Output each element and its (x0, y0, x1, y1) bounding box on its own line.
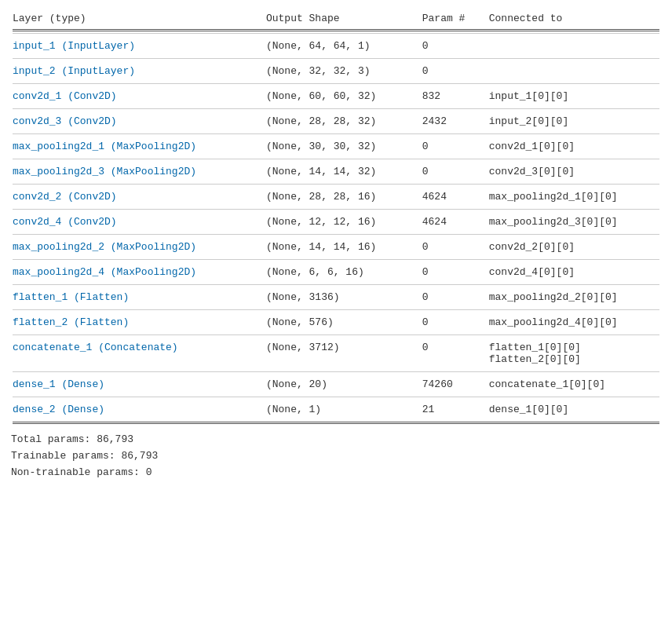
model-summary-table: Layer (type) Output Shape Param # Connec… (11, 8, 661, 426)
output-shape-cell: (None, 28, 28, 32) (266, 111, 421, 132)
layer-name-cell: conv2d_2 (Conv2D) (13, 186, 265, 207)
separator-row (13, 108, 659, 109)
table-row: input_1 (InputLayer)(None, 64, 64, 1)0 (13, 35, 659, 57)
output-shape-cell: (None, 6, 6, 16) (266, 261, 421, 283)
connected-cell: flatten_1[0][0]flatten_2[0][0] (489, 337, 659, 370)
footer-section: Total params: 86,793 Trainable params: 8… (11, 432, 661, 481)
layer-name-cell: input_1 (InputLayer) (13, 35, 265, 57)
params-cell: 4624 (422, 211, 488, 232)
params-cell: 74260 (422, 374, 488, 395)
layer-name-cell: conv2d_1 (Conv2D) (13, 86, 265, 107)
output-shape-cell: (None, 20) (266, 374, 421, 395)
separator-row (13, 334, 659, 335)
table-row: concatenate_1 (Concatenate)(None, 3712)0… (13, 337, 659, 370)
separator-row (13, 33, 659, 34)
connected-cell (489, 60, 659, 82)
connected-cell: max_pooling2d_4[0][0] (489, 312, 659, 333)
params-cell: 0 (422, 337, 488, 370)
separator-row (13, 397, 659, 397)
table-header: Layer (type) Output Shape Param # Connec… (13, 9, 659, 27)
params-cell: 0 (422, 136, 488, 157)
layer-name-cell: max_pooling2d_1 (MaxPooling2D) (13, 136, 265, 157)
params-cell: 0 (422, 312, 488, 333)
output-shape-cell: (None, 64, 64, 1) (266, 35, 421, 57)
layer-name-cell: conv2d_4 (Conv2D) (13, 211, 265, 232)
table-row: flatten_1 (Flatten)(None, 3136)0max_pool… (13, 287, 659, 308)
table-row: dense_2 (Dense)(None, 1)21dense_1[0][0] (13, 399, 659, 420)
top-double-separator (13, 29, 659, 31)
separator-row (13, 209, 659, 210)
col-params-header: Param # (422, 9, 488, 27)
non-trainable-params: Non-trainable params: 0 (11, 465, 661, 481)
output-shape-cell: (None, 60, 60, 32) (266, 86, 421, 107)
layer-name-cell: flatten_2 (Flatten) (13, 312, 265, 333)
connected-cell: input_1[0][0] (489, 86, 659, 107)
layer-name-cell: max_pooling2d_2 (MaxPooling2D) (13, 236, 265, 258)
separator-row (13, 371, 659, 372)
layer-name-cell: dense_1 (Dense) (13, 374, 265, 395)
params-cell: 0 (422, 287, 488, 308)
col-connected-header: Connected to (489, 9, 659, 27)
params-cell: 4624 (422, 186, 488, 207)
table-row: conv2d_2 (Conv2D)(None, 28, 28, 16)4624m… (13, 186, 659, 207)
output-shape-cell: (None, 576) (266, 312, 421, 333)
connected-cell: conv2d_1[0][0] (489, 136, 659, 157)
params-cell: 0 (422, 161, 488, 182)
connected-cell: conv2d_2[0][0] (489, 236, 659, 258)
output-shape-cell: (None, 14, 14, 16) (266, 236, 421, 258)
connected-cell: dense_1[0][0] (489, 399, 659, 420)
separator-row (13, 184, 659, 185)
output-shape-cell: (None, 12, 12, 16) (266, 211, 421, 232)
connected-cell: max_pooling2d_3[0][0] (489, 211, 659, 232)
layer-name-cell: max_pooling2d_3 (MaxPooling2D) (13, 161, 265, 182)
separator-row (13, 58, 659, 59)
col-layer-header: Layer (type) (13, 9, 265, 27)
table-row: dense_1 (Dense)(None, 20)74260concatenat… (13, 374, 659, 395)
separator-row (13, 133, 659, 134)
layer-name-cell: dense_2 (Dense) (13, 399, 265, 420)
output-shape-cell: (None, 14, 14, 32) (266, 161, 421, 182)
table-row: max_pooling2d_1 (MaxPooling2D)(None, 30,… (13, 136, 659, 157)
trainable-params: Trainable params: 86,793 (11, 448, 661, 465)
separator-row (13, 284, 659, 285)
output-shape-cell: (None, 1) (266, 399, 421, 420)
output-shape-cell: (None, 32, 32, 3) (266, 60, 421, 82)
table-row: input_2 (InputLayer)(None, 32, 32, 3)0 (13, 60, 659, 82)
connected-cell: conv2d_3[0][0] (489, 161, 659, 182)
separator-row (13, 83, 659, 84)
separator-row (13, 259, 659, 260)
table-row: flatten_2 (Flatten)(None, 576)0max_pooli… (13, 312, 659, 333)
connected-cell (489, 35, 659, 57)
layer-name-cell: flatten_1 (Flatten) (13, 287, 265, 308)
separator-row (13, 159, 659, 159)
table-row: max_pooling2d_2 (MaxPooling2D)(None, 14,… (13, 236, 659, 258)
layer-name-cell: conv2d_3 (Conv2D) (13, 111, 265, 132)
separator-row (13, 309, 659, 310)
col-output-header: Output Shape (266, 9, 421, 27)
output-shape-cell: (None, 3136) (266, 287, 421, 308)
table-row: conv2d_4 (Conv2D)(None, 12, 12, 16)4624m… (13, 211, 659, 232)
total-params: Total params: 86,793 (11, 432, 661, 448)
params-cell: 0 (422, 236, 488, 258)
params-cell: 0 (422, 60, 488, 82)
params-cell: 2432 (422, 111, 488, 132)
connected-cell: max_pooling2d_2[0][0] (489, 287, 659, 308)
output-shape-cell: (None, 30, 30, 32) (266, 136, 421, 157)
layer-name-cell: max_pooling2d_4 (MaxPooling2D) (13, 261, 265, 283)
params-cell: 0 (422, 35, 488, 57)
connected-cell: conv2d_4[0][0] (489, 261, 659, 283)
table-row: max_pooling2d_3 (MaxPooling2D)(None, 14,… (13, 161, 659, 182)
separator-row (13, 234, 659, 235)
bottom-double-separator (13, 422, 659, 424)
params-cell: 21 (422, 399, 488, 420)
layer-name-cell: input_2 (InputLayer) (13, 60, 265, 82)
connected-cell: input_2[0][0] (489, 111, 659, 132)
connected-cell: max_pooling2d_1[0][0] (489, 186, 659, 207)
output-shape-cell: (None, 28, 28, 16) (266, 186, 421, 207)
layer-name-cell: concatenate_1 (Concatenate) (13, 337, 265, 370)
params-cell: 0 (422, 261, 488, 283)
table-row: max_pooling2d_4 (MaxPooling2D)(None, 6, … (13, 261, 659, 283)
table-row: conv2d_3 (Conv2D)(None, 28, 28, 32)2432i… (13, 111, 659, 132)
params-cell: 832 (422, 86, 488, 107)
connected-cell: concatenate_1[0][0] (489, 374, 659, 395)
